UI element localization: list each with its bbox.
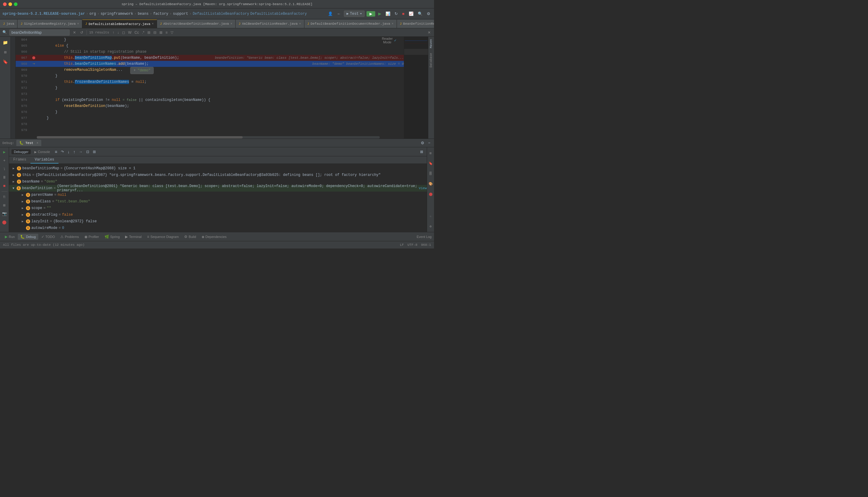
search-regex-icon[interactable]: .* bbox=[141, 30, 145, 35]
var-lazy-init[interactable]: ▶ i lazyInit = {Boolean@2972} false bbox=[9, 218, 427, 225]
database-panel-icon[interactable]: 🗄 bbox=[426, 169, 434, 178]
minimize-button[interactable] bbox=[9, 2, 12, 6]
var-autowire-mode[interactable]: i autowireMode = 0 bbox=[9, 225, 427, 231]
expand-bean-definition-icon[interactable]: ▼ bbox=[12, 186, 15, 190]
var-parent-name[interactable]: ▶ i parentName = null bbox=[9, 191, 427, 198]
search-input[interactable] bbox=[9, 29, 70, 36]
console-tab-btn[interactable]: ▶ Console bbox=[32, 150, 52, 154]
tab-xml-bean-definition-reader[interactable]: J XmlBeanDefinitionReader.java × bbox=[236, 19, 304, 28]
var-bean-definition[interactable]: ▼ i beanDefinition = {GenericBeanDefinit… bbox=[9, 185, 427, 191]
expand-lazy-init-icon[interactable]: ▶ bbox=[20, 219, 25, 224]
resume-icon[interactable]: ▶ bbox=[1, 148, 8, 156]
record-panel-icon[interactable]: ⬤ bbox=[426, 189, 434, 199]
singleton-close-icon[interactable]: × bbox=[77, 22, 79, 26]
copy-icon[interactable]: ⎘ bbox=[1, 194, 8, 201]
var-bean-definition-map[interactable]: ▶ i beanDefinitionMap = {ConcurrentHashM… bbox=[9, 165, 427, 172]
search-close-icon[interactable]: ≡ bbox=[165, 30, 168, 35]
run-to-cursor-toolbar-icon[interactable]: → bbox=[78, 149, 84, 155]
frames-tab[interactable]: Frames bbox=[9, 156, 30, 164]
tab-singleton-bean-registry[interactable]: J SingletonBeanRegistry.java × bbox=[17, 19, 82, 28]
profiler-icon[interactable]: 📈 bbox=[407, 11, 415, 17]
var-bean-class[interactable]: ▶ i beanClass = "test.bean.Demo" bbox=[9, 198, 427, 205]
expand-bean-class-icon[interactable]: ▶ bbox=[20, 199, 25, 204]
view-link-bean-definition[interactable]: View bbox=[419, 186, 427, 190]
evaluate-toolbar-icon[interactable]: ⊡ bbox=[85, 149, 90, 155]
clear-search-icon[interactable]: ✕ bbox=[72, 30, 77, 35]
debug-settings-icon[interactable]: ⚙ bbox=[420, 140, 425, 146]
debug-bottom-btn[interactable]: 🐛 Debug bbox=[18, 234, 38, 240]
profile-icon[interactable]: 👤 bbox=[327, 11, 334, 17]
trace-toolbar-icon[interactable]: ⊞ bbox=[92, 149, 97, 155]
problems-bottom-btn[interactable]: ⚠ Problems bbox=[58, 234, 81, 240]
database-sidebar-tab[interactable]: Database bbox=[429, 51, 433, 70]
project-icon[interactable]: 📁 bbox=[1, 38, 10, 47]
search-filter-icon[interactable]: ⊞ bbox=[146, 30, 151, 35]
var-abstract-flag[interactable]: ▶ i abstractFlag = false bbox=[9, 211, 427, 218]
horizontal-scrollbar[interactable] bbox=[37, 136, 380, 139]
tab-bean-definition-reader-utils[interactable]: J BeanDefinitionReaderUtils.java × bbox=[397, 19, 434, 28]
favorites-panel-icon[interactable]: ☆ bbox=[426, 211, 434, 221]
search-options-icon[interactable]: ⊟ bbox=[153, 30, 157, 35]
doc-close-icon[interactable]: × bbox=[392, 22, 394, 26]
terminal-bottom-btn[interactable]: ▶ Terminal bbox=[123, 234, 144, 240]
search-prev-icon[interactable]: ↺ bbox=[79, 30, 84, 35]
close-search-bar-icon[interactable]: ✕ bbox=[427, 30, 432, 35]
todo-bottom-btn[interactable]: ✓ TODO bbox=[39, 234, 58, 240]
search-wrap-icon[interactable]: ◻ bbox=[121, 30, 126, 35]
step-over-icon[interactable]: ⤵ bbox=[1, 165, 8, 173]
stop-debug-icon[interactable]: ■ bbox=[1, 182, 8, 189]
step-over-toolbar-icon[interactable]: ↷ bbox=[60, 149, 65, 155]
reload-icon[interactable]: ↻ bbox=[393, 11, 399, 17]
run-button[interactable]: ▶ bbox=[366, 11, 375, 17]
expand-autowire-mode-icon[interactable] bbox=[20, 226, 25, 230]
test-dropdown[interactable]: ▶ Test ▾ bbox=[344, 11, 365, 17]
breadcrumb-support[interactable]: support bbox=[173, 12, 188, 16]
expand-this-icon[interactable]: ▶ bbox=[12, 173, 16, 177]
build-bottom-btn[interactable]: ⚙ Build bbox=[182, 234, 198, 240]
pause-icon[interactable]: ⏸ bbox=[1, 174, 8, 181]
bookmark-icon[interactable]: 🔖 bbox=[1, 57, 10, 66]
breadcrumb-springframework[interactable]: springframework bbox=[101, 12, 133, 16]
code-area[interactable]: Reader Mode ✓ 964 } 965 else { bbox=[16, 37, 404, 139]
breadcrumb-jar[interactable]: spring-beans-5.2.1.RELEASE-sources.jar bbox=[2, 12, 85, 16]
profiler-bottom-btn[interactable]: ◉ Profiler bbox=[82, 234, 101, 240]
step-out-toolbar-icon[interactable]: ↑ bbox=[72, 149, 76, 155]
search-result-up-icon[interactable]: ↑ bbox=[112, 30, 115, 35]
tab-default-bean-definition-document-reader[interactable]: J DefaultBeanDefinitionDocumentReader.ja… bbox=[304, 19, 397, 28]
debug-minimize-icon[interactable]: − bbox=[427, 140, 432, 146]
maximize-button[interactable] bbox=[14, 2, 17, 6]
expand-abstract-flag-icon[interactable]: ▶ bbox=[20, 213, 25, 217]
structure-panel-icon[interactable]: ⊞ bbox=[426, 148, 434, 158]
restore-layout-icon[interactable]: ⊠ bbox=[419, 149, 424, 155]
coverage-icon[interactable]: 📊 bbox=[384, 11, 392, 17]
search-result-down-icon[interactable]: ↓ bbox=[116, 30, 120, 35]
breadcrumb-class[interactable]: DefaultListableBeanFactory bbox=[193, 12, 249, 16]
add-watch-icon[interactable]: + bbox=[1, 157, 8, 164]
paint-panel-icon[interactable]: 🎨 bbox=[426, 179, 434, 188]
debug-tab-close-icon[interactable]: × bbox=[37, 142, 38, 145]
settings2-icon[interactable]: ⊞ bbox=[1, 202, 8, 209]
abstract-close-icon[interactable]: × bbox=[230, 22, 233, 26]
close-button[interactable] bbox=[3, 2, 6, 6]
camera-icon[interactable]: 📷 bbox=[1, 210, 8, 217]
scrollbar-thumb[interactable] bbox=[37, 136, 243, 139]
breadcrumb-factory[interactable]: factory bbox=[153, 12, 168, 16]
tab-java[interactable]: J java bbox=[0, 19, 17, 28]
dependencies-bottom-btn[interactable]: ◈ Dependencies bbox=[199, 234, 229, 240]
spring-bottom-btn[interactable]: 🌿 Spring bbox=[102, 234, 122, 240]
breadcrumb-class-name[interactable]: DefaultListableBeanFactory bbox=[250, 12, 307, 16]
tab-abstract-bean-definition-reader[interactable]: J AbstractBeanDefinitionReader.java × bbox=[157, 19, 236, 28]
search-word-icon[interactable]: W bbox=[127, 30, 132, 35]
search-icon[interactable]: 🔍 bbox=[417, 11, 424, 17]
maven-sidebar-tab[interactable]: Maven bbox=[429, 37, 433, 51]
structure-icon[interactable]: ⊞ bbox=[1, 47, 10, 57]
active-close-icon[interactable]: × bbox=[152, 22, 154, 26]
expand-bean-definition-map-icon[interactable]: ▶ bbox=[12, 166, 16, 170]
settings-icon[interactable]: ⚙ bbox=[425, 11, 432, 17]
breakpoint-967[interactable] bbox=[32, 56, 35, 59]
bookmarks-panel-icon[interactable]: 🔖 bbox=[426, 159, 434, 168]
var-scope[interactable]: ▶ i scope = "" bbox=[9, 205, 427, 211]
expand-scope-icon[interactable]: ▶ bbox=[20, 206, 25, 210]
expand-parent-name-icon[interactable]: ▶ bbox=[20, 193, 25, 197]
breadcrumb-org[interactable]: org bbox=[89, 12, 96, 16]
